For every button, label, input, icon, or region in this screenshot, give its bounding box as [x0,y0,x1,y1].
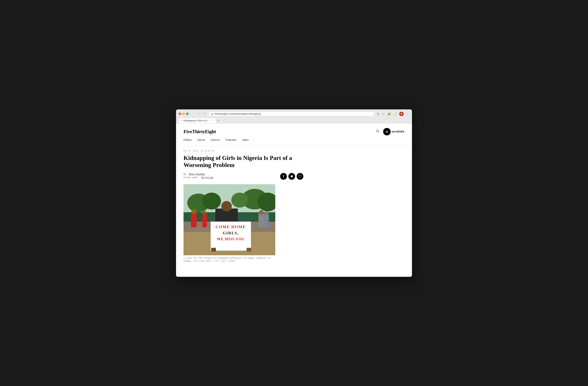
svg-point-15 [202,211,207,215]
svg-text:WE MISS YOU: WE MISS YOU [217,237,245,241]
social-buttons [280,173,303,180]
traffic-lights [179,113,189,115]
tab-favicon: ▸ [181,119,182,122]
back-button[interactable]: ← [191,112,196,116]
svg-point-21 [221,201,232,212]
minimize-button[interactable] [182,113,185,115]
nav-buttons: ← → ↻ [191,112,207,116]
forward-button[interactable]: → [197,112,202,116]
search-button[interactable] [375,129,380,135]
abc-news-text: abcNEWS [392,130,404,133]
article-byline: By Mona Chalabi [184,173,213,176]
svg-text:GIRLS,: GIRLS, [223,231,239,235]
menu-button[interactable]: ⋮ [405,112,409,116]
svg-point-0 [377,130,378,132]
nav-podcasts[interactable]: Podcasts [226,138,236,144]
svg-point-6 [202,193,221,210]
image-caption: A rally for the release of kidnapped sch… [184,257,275,263]
article-sidebar [315,146,371,273]
svg-line-1 [378,132,379,133]
site-nav: Politics Sports Science Podcasts Video [184,138,404,146]
maximize-button[interactable] [186,113,189,115]
sidebar-button[interactable]: ⬜ [393,112,398,116]
extensions-button[interactable]: 🧩 [387,112,392,116]
facebook-share-button[interactable] [280,173,287,180]
article-date: MAY 8, 2014, AT 5:15 PM [184,150,303,152]
article-meta: By Mona Chalabi Filed under Terrorism [184,173,303,180]
new-tab-button[interactable]: + [216,118,221,123]
nav-sports[interactable]: Sports [197,138,205,144]
site-logo[interactable]: FiveThirtyEight [184,129,216,135]
nav-video[interactable]: Video [242,138,249,144]
article-filed: Filed under Terrorism [184,176,213,179]
site-header: FiveThirtyEight abc [176,123,412,146]
browser-window: ← → ↻ 🔒 fivethirtyeight.com/features/nig… [176,109,412,277]
nav-politics[interactable]: Politics [184,138,192,144]
browser-actions: ⬆ ☆ 🧩 ⬜ M ⋮ [376,112,409,116]
page-content: FiveThirtyEight abc [176,123,412,277]
caption-credit: PIUS UTOMI EKPEI / AFP / GETTY IMAGES [193,260,235,262]
svg-rect-16 [258,213,264,227]
article-main: MAY 8, 2014, AT 5:15 PM Kidnapping of Gi… [184,146,315,273]
refresh-button[interactable]: ↻ [203,112,207,116]
site-header-top: FiveThirtyEight abc [184,128,404,135]
article-container: MAY 8, 2014, AT 5:15 PM Kidnapping of Gi… [176,146,382,273]
browser-controls: ← → ↻ 🔒 fivethirtyeight.com/features/nig… [179,112,409,116]
tab-title: Kidnapping of Girls in Nigeria ... [184,119,210,122]
email-share-button[interactable] [297,173,303,180]
filed-label: Filed under [184,176,198,179]
article-image: COME HOME GIRLS, WE MISS YOU [184,184,275,255]
category-link[interactable]: Terrorism [201,176,213,179]
abc-news-logo[interactable]: abc abcNEWS [383,128,404,135]
chevron-down-icon[interactable]: ⌄ [407,121,409,123]
svg-point-9 [231,193,248,208]
browser-titlebar: ← → ↻ 🔒 fivethirtyeight.com/features/nig… [176,109,412,123]
tab-close-button[interactable]: ✕ [211,119,213,122]
user-avatar[interactable]: M [399,112,404,116]
share-button[interactable]: ⬆ [376,112,380,116]
active-tab[interactable]: ▸ Kidnapping of Girls in Nigeria ... ✕ [179,118,216,123]
by-label: By [184,173,186,176]
svg-point-19 [264,211,268,215]
close-button[interactable] [179,113,181,115]
address-bar[interactable]: 🔒 fivethirtyeight.com/features/nigeria-k… [209,112,374,116]
svg-rect-14 [202,214,207,227]
twitter-share-button[interactable] [288,173,295,180]
svg-point-13 [191,209,196,214]
abc-circle: abc [383,128,391,135]
lock-icon: 🔒 [211,113,213,115]
article-byline-block: By Mona Chalabi Filed under Terrorism [184,173,213,179]
tab-bar: ▸ Kidnapping of Girls in Nigeria ... ✕ +… [179,118,409,123]
tabs-row: ▸ Kidnapping of Girls in Nigeria ... ✕ +… [179,118,409,123]
nav-science[interactable]: Science [211,138,220,144]
article-image-container: COME HOME GIRLS, WE MISS YOU A rally for… [184,184,303,263]
bookmark-button[interactable]: ☆ [381,112,385,116]
svg-rect-26 [211,248,216,251]
svg-rect-12 [191,212,197,227]
svg-text:abc: abc [385,131,389,133]
author-link[interactable]: Mona Chalabi [189,173,205,176]
svg-rect-27 [247,248,251,251]
svg-text:COME HOME: COME HOME [215,224,246,229]
header-right: abc abcNEWS [375,128,404,135]
svg-point-17 [259,210,263,214]
url-text: fivethirtyeight.com/features/nigeria-kid… [214,113,261,115]
svg-rect-18 [264,214,269,227]
article-title: Kidnapping of Girls in Nigeria Is Part o… [184,154,303,169]
